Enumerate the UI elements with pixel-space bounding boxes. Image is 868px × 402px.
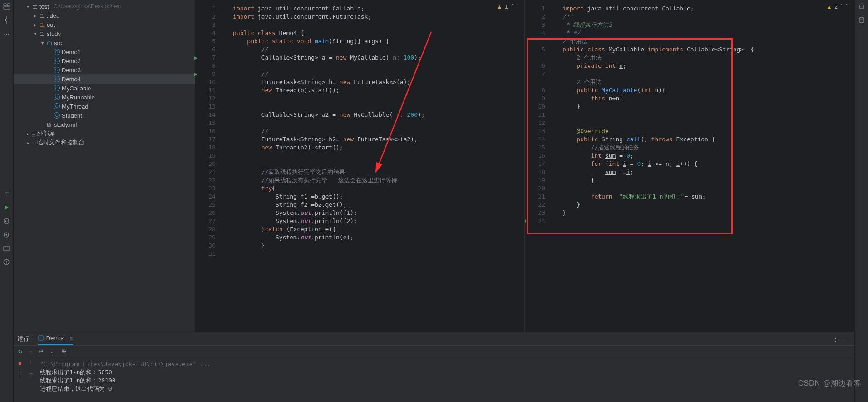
chevron-up-icon[interactable]: ˄ <box>511 4 513 10</box>
scroll-end-icon[interactable]: ⤓ <box>49 348 54 355</box>
project-tree[interactable]: ▾🗀testC:\Users\ginka\Desktop\test▸🗀.idea… <box>14 0 195 332</box>
tree-item-demo4[interactable]: CDemo4 <box>14 74 195 84</box>
stop-icon[interactable]: ■ <box>18 360 22 367</box>
svg-rect-1 <box>7 4 10 6</box>
chevron-icon[interactable]: ▸ <box>33 22 37 27</box>
tree-item-test[interactable]: ▾🗀testC:\Users\ginka\Desktop\test <box>14 2 195 11</box>
left-tool-strip: ⋯ 𝕋 <box>0 0 14 402</box>
tree-item-label: test <box>39 3 49 10</box>
console-line: 线程求出了1-n的和：5050 <box>40 368 850 377</box>
notifications-icon[interactable] <box>858 3 865 10</box>
svg-marker-8 <box>5 220 6 223</box>
library-icon: ⌸ <box>32 130 35 137</box>
console: ↩ ⤓ 🖶 "C:\Program Files\Java\jdk-1.8\bin… <box>35 346 854 402</box>
tree-item-demo2[interactable]: CDemo2 <box>14 56 195 65</box>
inspection-badge-right[interactable]: ▲ 2 ˄ ˅ <box>826 4 848 10</box>
tree-item-label: Demo1 <box>62 49 81 55</box>
tree-item-mycallable[interactable]: CMyCallable <box>14 84 195 93</box>
folder-icon: 🗀 <box>46 40 52 46</box>
upper-area: ▾🗀testC:\Users\ginka\Desktop\test▸🗀.idea… <box>14 0 854 332</box>
run-label: 运行: <box>17 335 31 343</box>
kebab-icon[interactable]: ⋮ <box>833 335 838 342</box>
services-tool-icon[interactable] <box>3 231 10 238</box>
gutter-right: 1234 5 67 8910⬇1112131415161718192021222… <box>525 0 550 332</box>
more-tool-icon[interactable]: ⋯ <box>3 30 10 37</box>
tree-item-mythread[interactable]: CMyThread <box>14 102 195 111</box>
class-icon: C <box>54 94 60 100</box>
tree-item-外部库[interactable]: ▸⌸外部库 <box>14 129 195 138</box>
run-tabs-more: ⋮ — <box>833 335 850 342</box>
run-tool-window: 运行: Demo4 × ⋮ — ↻ ■ ⋮ ↑ ↓ ⇈ <box>14 332 854 402</box>
chevron-down-icon[interactable]: ˅ <box>516 4 519 10</box>
tree-item-demo1[interactable]: CDemo1 <box>14 47 195 56</box>
tree-item-src[interactable]: ▾🗀src <box>14 38 195 47</box>
run-body: ↻ ■ ⋮ ↑ ↓ ⇈ ↩ ⤓ 🖶 "C:\Program Files\Java… <box>14 346 854 402</box>
commit-tool-icon[interactable] <box>3 16 10 24</box>
up-icon[interactable]: ↑ <box>30 348 33 355</box>
tree-item-label: Demo4 <box>62 76 81 83</box>
tree-item-临时文件和控制台[interactable]: ▸≡临时文件和控制台 <box>14 138 195 147</box>
class-icon: C <box>54 67 60 73</box>
chevron-icon[interactable]: ▸ <box>33 13 37 18</box>
code-left[interactable]: import java.util.concurrent.Callable; im… <box>220 0 524 332</box>
code-right[interactable]: import java.util.concurrent.Callable; /*… <box>550 0 854 332</box>
rerun-icon[interactable]: ↻ <box>18 348 23 355</box>
chevron-icon[interactable]: ▸ <box>25 140 30 145</box>
tree-item-path: C:\Users\ginka\Desktop\test <box>54 3 121 10</box>
scratch-icon: ≡ <box>32 139 35 146</box>
database-icon[interactable] <box>858 16 865 24</box>
chevron-icon[interactable]: ▾ <box>40 40 44 45</box>
chevron-down-icon[interactable]: ˅ <box>846 4 848 10</box>
console-toolbar: ↩ ⤓ 🖶 <box>35 346 854 357</box>
project-tool-icon[interactable] <box>3 3 10 10</box>
tree-item-.idea[interactable]: ▸🗀.idea <box>14 11 195 20</box>
soft-wrap-icon[interactable]: ↩ <box>38 348 43 355</box>
console-output[interactable]: "C:\Program Files\Java\jdk-1.8\bin\java.… <box>35 357 854 402</box>
workspace: ▾🗀testC:\Users\ginka\Desktop\test▸🗀.idea… <box>14 0 854 402</box>
editor-pane-right[interactable]: 1234 5 67 8910⬇1112131415161718192021222… <box>525 0 854 332</box>
tree-item-label: MyThread <box>62 103 89 110</box>
svg-point-17 <box>859 17 864 19</box>
filter-icon[interactable]: ⇈ <box>29 372 34 379</box>
print-icon[interactable]: 🖶 <box>61 348 67 355</box>
chevron-icon[interactable]: ▾ <box>25 4 30 9</box>
tree-item-label: MyRunnable <box>62 94 95 101</box>
chevron-icon[interactable]: ▸ <box>25 131 30 136</box>
svg-point-10 <box>6 234 7 236</box>
console-line: 线程求出了1-n的和：20100 <box>40 377 850 385</box>
tree-item-out[interactable]: ▸🗀out <box>14 20 195 29</box>
folder-icon: 🗀 <box>39 12 45 19</box>
minimize-icon[interactable]: — <box>844 335 850 342</box>
warning-icon: ▲ <box>497 4 502 10</box>
editor-pane-left[interactable]: 123▶4▶5678910111213141516171819202122232… <box>195 0 525 332</box>
tree-item-study.iml[interactable]: 🗎study.iml <box>14 120 195 129</box>
run-tool-icon[interactable] <box>3 204 10 211</box>
problems-tool-icon[interactable] <box>3 258 10 266</box>
tree-item-label: .idea <box>47 12 59 19</box>
file-icon: 🗎 <box>46 121 52 128</box>
structure-tool-icon[interactable]: 𝕋 <box>3 190 10 198</box>
svg-rect-2 <box>4 7 10 9</box>
terminal-tool-icon[interactable] <box>3 245 10 252</box>
bookmark-tool-icon[interactable] <box>3 218 10 225</box>
tree-item-label: 临时文件和控制台 <box>37 139 84 147</box>
warning-count-right: 2 <box>834 4 838 10</box>
console-line: "C:\Program Files\Java\jdk-1.8\bin\java.… <box>40 360 850 368</box>
tree-item-myrunnable[interactable]: CMyRunnable <box>14 93 195 102</box>
tree-item-demo3[interactable]: CDemo3 <box>14 65 195 74</box>
close-icon[interactable]: × <box>70 335 74 342</box>
chevron-icon[interactable]: ▾ <box>33 31 37 36</box>
tree-item-study[interactable]: ▾🗀study <box>14 29 195 38</box>
warning-count-left: 1 <box>505 4 508 10</box>
down-icon[interactable]: ↓ <box>30 358 33 365</box>
run-tab-demo4[interactable]: Demo4 × <box>38 332 74 345</box>
tree-item-student[interactable]: CStudent <box>14 111 195 120</box>
run-more-icon[interactable]: ⋮ <box>17 371 23 378</box>
svg-rect-16 <box>39 336 43 340</box>
class-icon: C <box>54 58 60 64</box>
gutter-left: 123▶4▶5678910111213141516171819202122232… <box>195 0 220 332</box>
folder-icon: 🗀 <box>39 21 45 28</box>
inspection-badge-left[interactable]: ▲ 1 ˄ ˅ <box>497 4 519 10</box>
tree-item-label: Demo2 <box>62 58 81 65</box>
chevron-up-icon[interactable]: ˄ <box>840 4 843 10</box>
